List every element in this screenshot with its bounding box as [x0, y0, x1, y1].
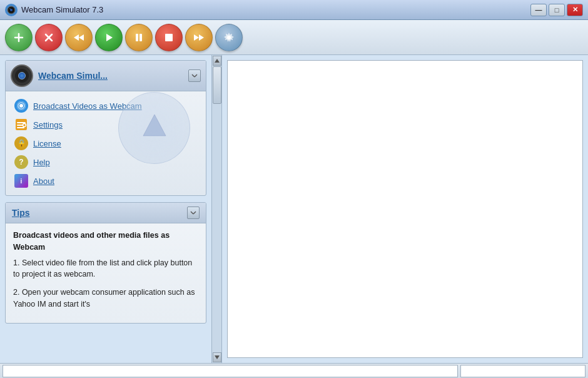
status-bar — [0, 363, 588, 378]
status-cell-secondary — [460, 365, 585, 377]
status-cell-main — [3, 365, 458, 377]
settings-icon — [14, 118, 28, 131]
tips-header: Tips — [6, 203, 206, 223]
window-controls: — □ ✕ — [530, 4, 583, 16]
nav-item-settings[interactable]: Settings — [13, 115, 198, 134]
help-icon-img: ? — [14, 155, 28, 169]
close-button[interactable]: ✕ — [567, 4, 583, 16]
svg-line-29 — [191, 212, 193, 214]
webcam-inner — [15, 69, 29, 83]
toolbar — [0, 20, 588, 55]
about-label: About — [33, 176, 54, 186]
nav-item-broadcast[interactable]: Broadcast Videos as Webcam — [13, 96, 198, 115]
play-button[interactable] — [95, 24, 123, 51]
svg-rect-12 — [139, 34, 142, 41]
scroll-down-button[interactable] — [213, 352, 221, 362]
fast-forward-button[interactable] — [185, 24, 213, 51]
svg-point-2 — [10, 9, 13, 11]
svg-marker-31 — [215, 59, 220, 63]
help-icon: ? — [14, 155, 28, 169]
broadcast-icon-img — [14, 99, 28, 113]
svg-rect-11 — [136, 34, 138, 41]
nav-items: Broadcast Videos as Webcam — [6, 91, 206, 195]
settings-label: Settings — [33, 120, 63, 130]
remove-button[interactable] — [35, 24, 63, 51]
svg-marker-32 — [215, 355, 220, 359]
svg-point-3 — [9, 8, 11, 9]
app-title: Webcam Simulator 7.3 — [21, 5, 103, 14]
title-bar-left: Webcam Simulator 7.3 — [5, 4, 103, 16]
svg-point-19 — [19, 104, 23, 108]
title-bar: Webcam Simulator 7.3 — □ ✕ — [0, 0, 588, 20]
svg-marker-8 — [74, 34, 79, 41]
svg-rect-23 — [17, 122, 26, 123]
tips-text-1: 1. Select video file from the list and c… — [13, 257, 198, 281]
svg-line-18 — [195, 74, 197, 77]
svg-marker-15 — [199, 34, 204, 41]
app-icon — [5, 4, 18, 16]
video-display-area — [227, 60, 583, 358]
nav-collapse-button[interactable] — [188, 69, 201, 82]
nav-item-about[interactable]: i About — [13, 171, 198, 190]
tips-content: Broadcast videos and other media files a… — [6, 223, 206, 323]
webcam-lens — [18, 72, 26, 79]
broadcast-label: Broadcast Videos as Webcam — [33, 101, 142, 111]
left-panel: Webcam Simul... — [0, 55, 222, 363]
svg-text:i: i — [21, 178, 23, 185]
svg-marker-10 — [106, 34, 113, 41]
tips-title: Tips — [12, 208, 30, 218]
svg-rect-25 — [17, 127, 24, 128]
scroll-up-button[interactable] — [213, 56, 221, 66]
left-panel-inner: Webcam Simul... — [0, 55, 211, 329]
settings-gear-button[interactable] — [215, 24, 243, 51]
nav-item-help[interactable]: ? Help — [13, 153, 198, 171]
app-body: Webcam Simul... — [0, 20, 588, 378]
pause-button[interactable] — [125, 24, 153, 51]
svg-line-17 — [192, 74, 195, 77]
svg-rect-13 — [165, 34, 173, 41]
tips-text-2: 2. Open your webcam consumer application… — [13, 287, 198, 310]
stop-button[interactable] — [155, 24, 183, 51]
right-panel — [222, 55, 588, 363]
license-label: License — [33, 139, 61, 148]
scrollbar-track — [211, 55, 221, 363]
maximize-button[interactable]: □ — [549, 4, 565, 16]
webcam-icon — [11, 64, 33, 87]
add-button[interactable] — [5, 24, 33, 51]
svg-line-30 — [193, 212, 196, 214]
license-icon: 🔒 — [14, 136, 28, 150]
content-area: Webcam Simul... — [0, 55, 588, 363]
rewind-button[interactable] — [65, 24, 93, 51]
svg-marker-14 — [194, 34, 199, 41]
svg-marker-9 — [79, 34, 84, 41]
help-label: Help — [33, 158, 50, 167]
nav-header: Webcam Simul... — [6, 61, 206, 91]
tips-panel: Tips Broadcast videos and other media fi… — [5, 202, 206, 324]
svg-rect-24 — [17, 125, 23, 126]
tips-heading: Broadcast videos and other media files a… — [13, 230, 198, 253]
nav-item-license[interactable]: 🔒 License — [13, 134, 198, 153]
license-icon-img: 🔒 — [14, 136, 28, 150]
svg-point-26 — [23, 124, 26, 127]
nav-title: Webcam Simul... — [38, 71, 183, 81]
scrollbar-thumb[interactable] — [213, 66, 221, 104]
about-icon-img: i — [14, 174, 28, 188]
nav-panel: Webcam Simul... — [5, 60, 206, 196]
broadcast-icon — [14, 99, 28, 113]
minimize-button[interactable]: — — [530, 4, 547, 16]
tips-collapse-button[interactable] — [187, 207, 200, 219]
about-icon: i — [14, 174, 28, 188]
